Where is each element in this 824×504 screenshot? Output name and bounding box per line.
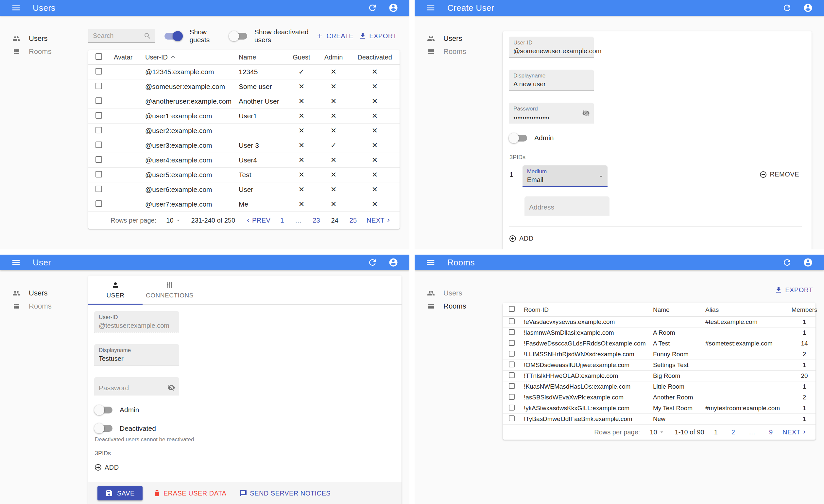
address-field[interactable]: Address <box>524 197 610 215</box>
account-circle-icon[interactable] <box>389 3 398 13</box>
displayname-field[interactable]: Displayname A new user <box>509 70 594 91</box>
col-header-user-id[interactable]: User-ID <box>140 53 234 61</box>
page-number[interactable]: … <box>749 428 755 436</box>
user-table-row[interactable]: @user7:example.com Me ✕ ✕ ✕ <box>88 197 400 212</box>
room-table-row[interactable]: !TTnlslkHHweOLAD:example.com Big Room 20 <box>503 371 816 381</box>
visibility-off-icon[interactable] <box>168 384 175 392</box>
room-table-row[interactable]: !TyBasDmweIJdfFaeBmk:example.com New 1 <box>503 414 816 424</box>
menu-icon[interactable] <box>11 3 21 13</box>
sidebar-item-rooms[interactable]: Rooms <box>415 300 503 313</box>
page-number[interactable]: 1 <box>714 428 718 436</box>
user-table-row[interactable]: @anotheruser:example.com Another User ✕ … <box>88 94 400 109</box>
page-number[interactable]: 9 <box>769 428 772 436</box>
row-checkbox[interactable] <box>96 127 102 133</box>
refresh-icon[interactable] <box>782 3 792 13</box>
user-table-row[interactable]: @user2:example.com ✕ ✕ ✕ <box>88 124 400 138</box>
row-checkbox[interactable] <box>96 156 102 163</box>
refresh-icon[interactable] <box>368 3 377 13</box>
sidebar-item-rooms[interactable]: Rooms <box>415 45 503 58</box>
row-checkbox[interactable] <box>509 394 515 400</box>
next-button[interactable]: NEXT <box>783 428 808 436</box>
row-checkbox[interactable] <box>96 68 102 75</box>
row-checkbox[interactable] <box>509 319 515 324</box>
select-all-checkbox[interactable] <box>509 306 515 312</box>
row-checkbox[interactable] <box>509 329 515 335</box>
account-circle-icon[interactable] <box>803 258 813 267</box>
search-input[interactable]: Search <box>88 29 154 43</box>
create-button[interactable]: CREATE <box>313 30 356 42</box>
tab-connections[interactable]: CONNECTIONS <box>142 275 197 304</box>
page-number[interactable]: … <box>295 217 302 224</box>
show-deactivated-toggle[interactable]: Show deactivated users <box>229 28 314 44</box>
row-checkbox[interactable] <box>509 340 515 346</box>
displayname-field[interactable]: Displayname Testuser <box>94 344 179 365</box>
user-table-row[interactable]: @user6:example.com User ✕ ✕ ✕ <box>88 182 400 197</box>
save-button[interactable]: SAVE <box>97 486 142 500</box>
prev-button[interactable]: PREV <box>245 217 271 224</box>
row-checkbox[interactable] <box>509 351 515 357</box>
password-field[interactable]: Password •••••••••••••••• <box>509 103 594 124</box>
user-table-row[interactable]: @user1:example.com User1 ✕ ✕ ✕ <box>88 109 400 124</box>
room-table-row[interactable]: !FasdweDssccaGLdsFRddsOl:example.com A T… <box>503 338 816 349</box>
remove-button[interactable]: REMOVE <box>757 169 802 180</box>
menu-icon[interactable] <box>426 258 435 267</box>
password-field[interactable]: Password <box>94 377 179 396</box>
row-checkbox[interactable] <box>509 362 515 367</box>
menu-icon[interactable] <box>426 3 435 13</box>
room-table-row[interactable]: !KuasNWEMasdHasLOs:example.com Little Ro… <box>503 381 816 392</box>
row-checkbox[interactable] <box>96 185 102 192</box>
page-number[interactable]: 24 <box>331 217 338 224</box>
toggle-off[interactable] <box>95 425 112 432</box>
toggle-off[interactable] <box>229 33 247 39</box>
user-id-field[interactable]: User-ID @somenewuser:example.com <box>509 37 594 58</box>
show-guests-toggle[interactable]: Show guests <box>165 28 219 44</box>
row-checkbox[interactable] <box>96 171 102 177</box>
room-table-row[interactable]: !OMSDsdweassllUUjjwe:example.com Setting… <box>503 360 816 371</box>
page-number[interactable]: 1 <box>280 217 284 224</box>
page-number[interactable]: 23 <box>313 217 320 224</box>
sidebar-item-rooms[interactable]: Rooms <box>0 300 88 313</box>
account-circle-icon[interactable] <box>389 258 398 267</box>
send-server-notices-button[interactable]: SEND SERVER NOTICES <box>237 487 333 499</box>
admin-toggle[interactable]: Admin <box>95 406 139 414</box>
add-button[interactable]: ADD <box>94 462 122 473</box>
sidebar-item-users[interactable]: Users <box>0 287 88 300</box>
sidebar-item-users[interactable]: Users <box>0 32 88 45</box>
page-number[interactable]: 25 <box>349 217 357 224</box>
page-number[interactable]: 2 <box>731 428 735 436</box>
row-checkbox[interactable] <box>96 83 102 89</box>
add-button[interactable]: ADD <box>509 233 536 245</box>
row-checkbox[interactable] <box>96 97 102 104</box>
row-checkbox[interactable] <box>509 415 515 421</box>
user-table-row[interactable]: @someuser:example.com Some user ✕ ✕ ✕ <box>88 80 400 94</box>
sidebar-item-rooms[interactable]: Rooms <box>0 45 88 58</box>
row-checkbox[interactable] <box>96 200 102 207</box>
sidebar-item-users[interactable]: Users <box>415 32 503 45</box>
export-button[interactable]: EXPORT <box>772 284 816 296</box>
room-table-row[interactable]: !ykAStwxasdwsKkxGILL:example.com My Test… <box>503 403 816 414</box>
toggle-off[interactable] <box>95 407 112 413</box>
sidebar-item-users[interactable]: Users <box>415 287 503 300</box>
room-table-row[interactable]: !eVasdacvxysewus:example.com #test:examp… <box>503 317 816 328</box>
room-table-row[interactable]: !asSBSlsdWEvaXwPk:example.com Another Ro… <box>503 392 816 403</box>
refresh-icon[interactable] <box>368 258 377 267</box>
rows-per-page-select[interactable]: 10 <box>650 428 665 436</box>
user-table-row[interactable]: @user3:example.com User 3 ✕ ✓ ✕ <box>88 138 400 153</box>
row-checkbox[interactable] <box>509 405 515 410</box>
row-checkbox[interactable] <box>96 141 102 148</box>
visibility-off-icon[interactable] <box>582 109 590 117</box>
export-button[interactable]: EXPORT <box>356 30 400 42</box>
toggle-on[interactable] <box>165 33 182 39</box>
tab-user[interactable]: USER <box>88 275 142 304</box>
medium-select[interactable]: Medium Email <box>522 165 608 187</box>
refresh-icon[interactable] <box>782 258 792 267</box>
room-table-row[interactable]: !LLIMSSNHrhRjsdWNXsd:example.com Funny R… <box>503 349 816 360</box>
deactivated-toggle[interactable]: Deactivated <box>95 424 156 432</box>
row-checkbox[interactable] <box>509 383 515 389</box>
row-checkbox[interactable] <box>509 372 515 378</box>
erase-user-data-button[interactable]: ERASE USER DATA <box>150 487 229 499</box>
room-table-row[interactable]: !lasmnwASmDllasi:example.com A Room 1 <box>503 328 816 338</box>
user-table-row[interactable]: @12345:example.com 12345 ✓ ✕ ✕ <box>88 65 400 80</box>
row-checkbox[interactable] <box>96 112 102 119</box>
rows-per-page-select[interactable]: 10 <box>166 217 181 224</box>
